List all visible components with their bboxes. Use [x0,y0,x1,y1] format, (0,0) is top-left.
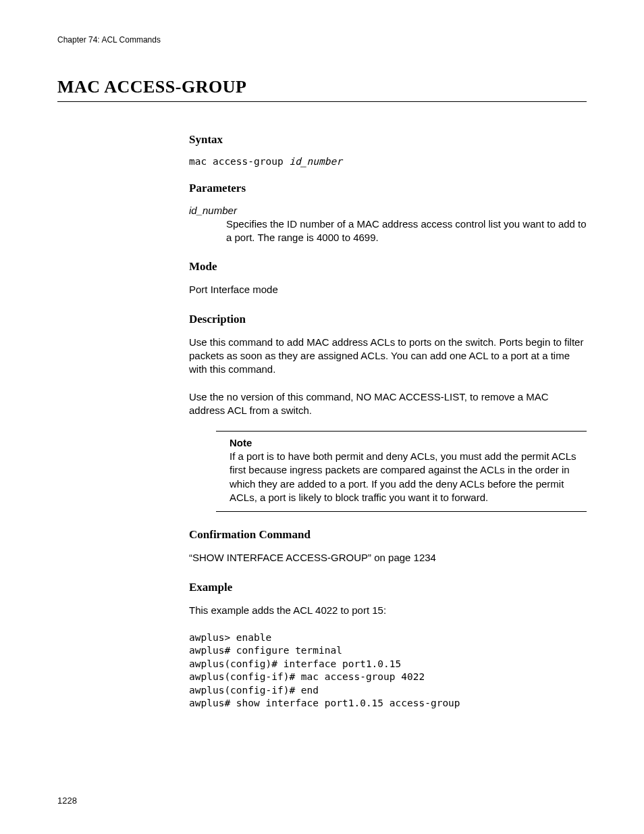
description-heading: Description [189,313,587,326]
content-area: Syntax mac access-group id_number Parame… [189,133,587,710]
syntax-heading: Syntax [189,133,587,147]
param-desc: Specifies the ID number of a MAC address… [226,217,587,245]
param-name: id_number [189,205,587,216]
syntax-code: mac access-group id_number [189,156,587,167]
example-intro: This example adds the ACL 4022 to port 1… [189,604,587,617]
example-heading: Example [189,581,587,594]
page-number: 1228 [57,796,77,806]
mode-heading: Mode [189,260,587,273]
syntax-arg: id_number [289,156,342,167]
mode-text: Port Interface mode [189,283,587,296]
description-p1: Use this command to add MAC address ACLs… [189,336,587,377]
note-block: Note If a port is to have both permit an… [216,431,587,512]
parameters-heading: Parameters [189,182,587,195]
confirmation-text: “SHOW INTERFACE ACCESS-GROUP” on page 12… [189,551,587,565]
confirmation-heading: Confirmation Command [189,528,587,542]
page-title: MAC ACCESS-GROUP [57,77,587,102]
description-p2: Use the no version of this command, NO M… [189,390,587,418]
example-code: awplus> enable awplus# configure termina… [189,631,587,710]
syntax-cmd: mac access-group [189,156,289,167]
note-text: If a port is to have both permit and den… [230,450,587,504]
note-label: Note [230,437,587,448]
chapter-header: Chapter 74: ACL Commands [57,35,587,45]
